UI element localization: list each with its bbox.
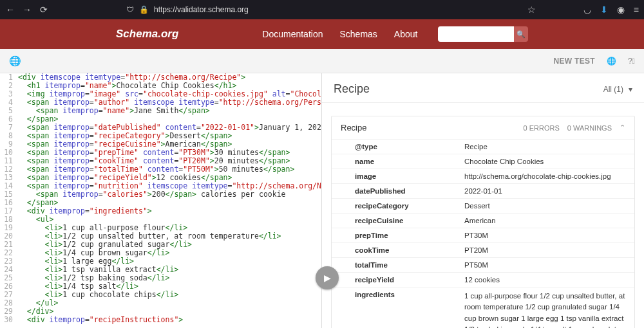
property-value: 2022-01-01 xyxy=(464,187,625,195)
language-icon[interactable]: 🌐 xyxy=(607,57,616,66)
nav-about[interactable]: About xyxy=(394,29,418,39)
globe-icon[interactable]: 🌐 xyxy=(9,55,21,67)
property-key: recipeCuisine xyxy=(355,217,464,224)
shield-icon: 🛡 xyxy=(126,5,134,14)
property-value: PT50M xyxy=(464,261,625,269)
nav-schemas[interactable]: Schemas xyxy=(339,29,377,39)
property-row[interactable]: prepTimePT30M xyxy=(332,228,634,242)
property-key: prepTime xyxy=(355,232,464,239)
chevron-up-icon: ⌃ xyxy=(620,123,625,132)
property-key: recipeYield xyxy=(355,276,464,284)
property-row[interactable]: recipeCuisineAmerican xyxy=(332,213,634,228)
property-row[interactable]: cookTimePT20M xyxy=(332,242,634,257)
code-line[interactable]: 30 <div itemprop="recipeInstructions"> xyxy=(0,316,321,324)
property-key: name xyxy=(355,158,464,165)
property-key: ingredients xyxy=(355,291,464,328)
property-key: datePublished xyxy=(355,187,464,195)
main-nav: Documentation Schemas About xyxy=(262,29,417,39)
property-value: http://schema.org/chocolate-chip-cookies… xyxy=(464,172,625,180)
property-row[interactable]: ingredients1 cup all-purpose flour 1/2 c… xyxy=(332,287,634,328)
property-key: totalTime xyxy=(355,261,464,269)
bookmark-icon[interactable]: ☆ xyxy=(527,5,536,15)
result-card-title: Recipe xyxy=(341,123,366,132)
result-card: Recipe 0 ERRORS 0 WARNINGS ⌃ @typeRecipe… xyxy=(331,116,635,328)
property-value: PT30M xyxy=(464,232,625,239)
property-value: American xyxy=(464,217,625,224)
browser-chrome: ← → ⟳ 🛡 🔒 https://validator.schema.org ☆… xyxy=(0,0,644,19)
property-row[interactable]: recipeCategoryDessert xyxy=(332,198,634,213)
site-header: Schema.org Documentation Schemas About 🔍 xyxy=(0,19,644,49)
property-value: Dessert xyxy=(464,202,625,210)
property-row[interactable]: nameChocolate Chip Cookies xyxy=(332,154,634,169)
property-value: Recipe xyxy=(464,143,625,150)
main-split: 1<div itemscope itemtype="http://schema.… xyxy=(0,73,644,328)
property-value: Chocolate Chip Cookies xyxy=(464,158,625,165)
property-key: image xyxy=(355,172,464,180)
nav-documentation[interactable]: Documentation xyxy=(262,29,323,39)
property-row[interactable]: totalTimePT50M xyxy=(332,257,634,272)
new-test-button[interactable]: NEW TEST xyxy=(554,57,595,66)
property-row[interactable]: imagehttp://schema.org/chocolate-chip-co… xyxy=(332,169,634,183)
search-button[interactable]: 🔍 xyxy=(514,26,528,42)
property-value: PT20M xyxy=(464,246,625,254)
results-pane: Recipe All (1) ▾ Recipe 0 ERRORS 0 WARNI… xyxy=(322,73,644,328)
logo[interactable]: Schema.org xyxy=(116,28,178,41)
run-button[interactable]: ▶ xyxy=(316,266,339,289)
errors-count: 0 ERRORS xyxy=(523,124,559,132)
search-wrap: 🔍 xyxy=(438,26,528,42)
line-number: 30 xyxy=(0,316,18,324)
search-input[interactable] xyxy=(438,26,514,42)
property-value: 12 cookies xyxy=(464,276,625,284)
chevron-down-icon: ▾ xyxy=(629,85,632,94)
url-text: https://validator.schema.org xyxy=(154,5,249,14)
warnings-count: 0 WARNINGS xyxy=(567,124,612,132)
property-row[interactable]: datePublished2022-01-01 xyxy=(332,183,634,198)
results-filter[interactable]: All (1) ▾ xyxy=(603,85,632,94)
forward-button[interactable]: → xyxy=(22,5,32,15)
property-row[interactable]: recipeYield12 cookies xyxy=(332,272,634,287)
result-card-header[interactable]: Recipe 0 ERRORS 0 WARNINGS ⌃ xyxy=(332,116,634,139)
property-key: recipeCategory xyxy=(355,202,464,210)
menu-icon[interactable]: ≡ xyxy=(634,5,639,15)
profile-icon[interactable]: ◉ xyxy=(617,5,625,15)
reload-button[interactable]: ⟳ xyxy=(39,5,49,15)
results-header: Recipe All (1) ▾ xyxy=(322,73,644,103)
help-icon[interactable]: ?⃝ xyxy=(628,57,635,66)
property-row[interactable]: @typeRecipe xyxy=(332,139,634,154)
results-heading: Recipe xyxy=(334,82,370,96)
lock-icon: 🔒 xyxy=(139,5,149,14)
download-icon[interactable]: ⬇ xyxy=(600,5,608,15)
property-key: @type xyxy=(355,143,464,150)
back-button[interactable]: ← xyxy=(5,5,15,15)
address-bar[interactable]: 🛡 🔒 https://validator.schema.org xyxy=(126,5,249,14)
property-key: cookTime xyxy=(355,246,464,254)
code-pane[interactable]: 1<div itemscope itemtype="http://schema.… xyxy=(0,73,322,328)
property-value: 1 cup all-purpose flour 1/2 cup unsalted… xyxy=(464,291,625,328)
validator-toolbar: 🌐 NEW TEST 🌐 ?⃝ xyxy=(0,49,644,73)
pocket-icon[interactable]: ◡ xyxy=(583,5,591,15)
